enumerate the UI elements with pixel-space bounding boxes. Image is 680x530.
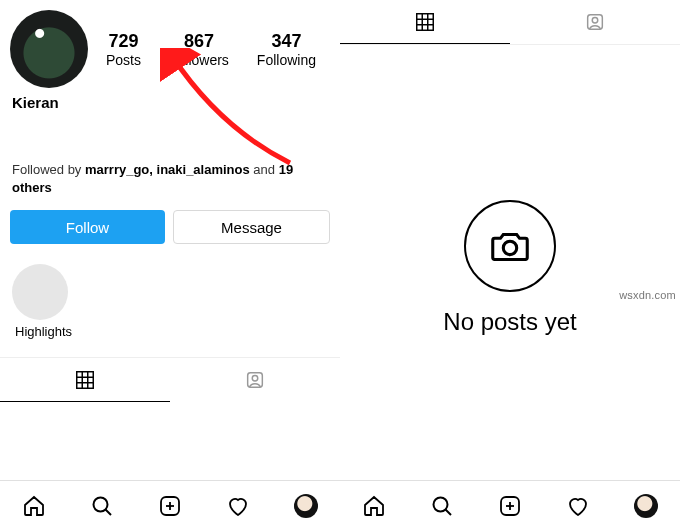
- svg-point-20: [434, 497, 448, 511]
- tagged-icon: [244, 369, 266, 391]
- highlight-label: Highlights: [12, 320, 72, 339]
- stat-following[interactable]: 347 Following: [257, 31, 316, 68]
- followed-by-mid: and: [250, 162, 279, 177]
- nav-home[interactable]: [340, 481, 408, 530]
- stat-following-label: Following: [257, 52, 316, 68]
- stat-posts[interactable]: 729 Posts: [106, 31, 141, 68]
- svg-point-6: [252, 376, 258, 382]
- profile-pane: 729 Posts 867 Followers 347 Following Ki…: [0, 0, 340, 530]
- search-icon: [430, 494, 454, 518]
- new-post-icon: [498, 494, 522, 518]
- nav-home[interactable]: [0, 481, 68, 530]
- stat-posts-label: Posts: [106, 52, 141, 68]
- nav-search[interactable]: [408, 481, 476, 530]
- profile-nav-avatar-icon: [294, 494, 318, 518]
- grid-icon: [74, 369, 96, 391]
- followed-by-prefix: Followed by: [12, 162, 85, 177]
- stat-following-count: 347: [257, 31, 316, 52]
- follow-button-label: Follow: [66, 219, 109, 236]
- heart-icon: [226, 494, 250, 518]
- svg-line-8: [106, 509, 112, 515]
- empty-state-text: No posts yet: [443, 308, 576, 336]
- highlights-row: Highlights: [0, 248, 340, 339]
- posts-pane: No posts yet: [340, 0, 680, 530]
- profile-avatar[interactable]: [10, 10, 88, 88]
- followed-by-names: marrry_go, inaki_alaminos: [85, 162, 250, 177]
- watermark: wsxdn.com: [619, 289, 676, 301]
- search-icon: [90, 494, 114, 518]
- display-name: Kieran: [0, 88, 340, 113]
- home-icon: [22, 494, 46, 518]
- nav-new-post[interactable]: [476, 481, 544, 530]
- svg-line-21: [446, 509, 452, 515]
- empty-state-circle: [464, 200, 556, 292]
- svg-rect-0: [77, 371, 94, 388]
- follow-button[interactable]: Follow: [10, 210, 165, 244]
- camera-icon: [487, 223, 533, 269]
- profile-header: 729 Posts 867 Followers 347 Following: [0, 0, 340, 88]
- stat-followers-label: Followers: [169, 52, 229, 68]
- nav-profile[interactable]: [272, 481, 340, 530]
- nav-activity[interactable]: [544, 481, 612, 530]
- nav-profile[interactable]: [612, 481, 680, 530]
- home-icon: [362, 494, 386, 518]
- empty-state: No posts yet: [340, 5, 680, 530]
- svg-point-19: [503, 241, 516, 254]
- stat-followers[interactable]: 867 Followers: [169, 31, 229, 68]
- svg-point-7: [94, 497, 108, 511]
- profile-content-tabs: [0, 357, 340, 402]
- heart-icon: [566, 494, 590, 518]
- nav-search[interactable]: [68, 481, 136, 530]
- profile-stats: 729 Posts 867 Followers 347 Following: [92, 31, 330, 68]
- bottom-nav-right: [340, 480, 680, 530]
- bottom-nav-left: [0, 480, 340, 530]
- message-button-label: Message: [221, 219, 282, 236]
- profile-nav-avatar-icon: [634, 494, 658, 518]
- stat-posts-count: 729: [106, 31, 141, 52]
- message-button[interactable]: Message: [173, 210, 330, 244]
- tab-tagged[interactable]: [170, 358, 340, 402]
- followed-by-text[interactable]: Followed by marrry_go, inaki_alaminos an…: [0, 113, 340, 200]
- nav-new-post[interactable]: [136, 481, 204, 530]
- highlight-item[interactable]: [12, 264, 68, 320]
- new-post-icon: [158, 494, 182, 518]
- stat-followers-count: 867: [169, 31, 229, 52]
- tab-grid[interactable]: [0, 358, 170, 402]
- nav-activity[interactable]: [204, 481, 272, 530]
- action-row: Follow Message: [0, 200, 340, 248]
